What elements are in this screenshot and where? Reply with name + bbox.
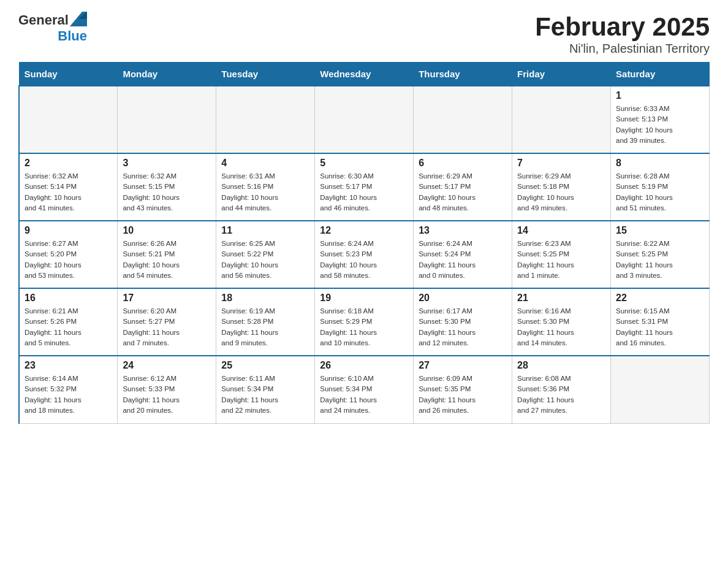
calendar-table: SundayMondayTuesdayWednesdayThursdayFrid… xyxy=(18,62,710,424)
day-number: 9 xyxy=(25,225,112,236)
calendar-cell xyxy=(512,86,611,153)
day-info: Sunrise: 6:11 AM Sunset: 5:34 PM Dayligh… xyxy=(221,373,309,416)
day-number: 14 xyxy=(517,225,605,236)
calendar-cell xyxy=(216,86,315,153)
day-info: Sunrise: 6:20 AM Sunset: 5:27 PM Dayligh… xyxy=(123,306,211,348)
calendar-cell: 18Sunrise: 6:19 AM Sunset: 5:28 PM Dayli… xyxy=(216,288,315,356)
calendar-cell: 12Sunrise: 6:24 AM Sunset: 5:23 PM Dayli… xyxy=(315,221,414,288)
calendar-cell: 3Sunrise: 6:32 AM Sunset: 5:15 PM Daylig… xyxy=(118,153,216,221)
day-info: Sunrise: 6:30 AM Sunset: 5:17 PM Dayligh… xyxy=(320,171,408,213)
day-info: Sunrise: 6:08 AM Sunset: 5:36 PM Dayligh… xyxy=(517,373,605,416)
calendar-cell: 13Sunrise: 6:24 AM Sunset: 5:24 PM Dayli… xyxy=(414,221,512,288)
calendar-cell: 24Sunrise: 6:12 AM Sunset: 5:33 PM Dayli… xyxy=(118,356,216,423)
day-number: 16 xyxy=(25,293,112,304)
day-info: Sunrise: 6:24 AM Sunset: 5:24 PM Dayligh… xyxy=(419,239,507,281)
calendar-cell: 27Sunrise: 6:09 AM Sunset: 5:35 PM Dayli… xyxy=(414,356,512,423)
calendar-cell: 25Sunrise: 6:11 AM Sunset: 5:34 PM Dayli… xyxy=(216,356,315,423)
day-number: 4 xyxy=(221,158,309,169)
day-number: 12 xyxy=(320,225,408,236)
page-header: General Blue February 2025 Ni'lin, Pales… xyxy=(18,12,710,56)
day-number: 11 xyxy=(221,225,309,236)
weekday-header-sunday: Sunday xyxy=(19,63,118,86)
day-number: 21 xyxy=(517,293,605,304)
day-info: Sunrise: 6:29 AM Sunset: 5:18 PM Dayligh… xyxy=(517,171,605,213)
day-info: Sunrise: 6:28 AM Sunset: 5:19 PM Dayligh… xyxy=(616,171,704,213)
day-info: Sunrise: 6:19 AM Sunset: 5:28 PM Dayligh… xyxy=(221,306,309,348)
day-number: 8 xyxy=(616,158,704,169)
day-info: Sunrise: 6:25 AM Sunset: 5:22 PM Dayligh… xyxy=(221,239,309,281)
day-info: Sunrise: 6:29 AM Sunset: 5:17 PM Dayligh… xyxy=(419,171,507,213)
calendar-cell xyxy=(611,356,710,423)
day-info: Sunrise: 6:32 AM Sunset: 5:15 PM Dayligh… xyxy=(123,171,211,213)
calendar-cell xyxy=(414,86,512,153)
weekday-header-friday: Friday xyxy=(512,63,611,86)
weekday-header-thursday: Thursday xyxy=(414,63,512,86)
calendar-cell: 23Sunrise: 6:14 AM Sunset: 5:32 PM Dayli… xyxy=(19,356,118,423)
day-info: Sunrise: 6:16 AM Sunset: 5:30 PM Dayligh… xyxy=(517,306,605,348)
logo-text-blue: Blue xyxy=(58,28,87,44)
calendar-cell: 10Sunrise: 6:26 AM Sunset: 5:21 PM Dayli… xyxy=(118,221,216,288)
day-info: Sunrise: 6:09 AM Sunset: 5:35 PM Dayligh… xyxy=(419,373,507,416)
logo: General Blue xyxy=(18,12,87,44)
calendar-cell: 28Sunrise: 6:08 AM Sunset: 5:36 PM Dayli… xyxy=(512,356,611,423)
day-number: 18 xyxy=(221,293,309,304)
calendar-cell: 16Sunrise: 6:21 AM Sunset: 5:26 PM Dayli… xyxy=(19,288,118,356)
calendar-cell: 26Sunrise: 6:10 AM Sunset: 5:34 PM Dayli… xyxy=(315,356,414,423)
day-number: 5 xyxy=(320,158,408,169)
calendar-cell xyxy=(315,86,414,153)
calendar-cell: 6Sunrise: 6:29 AM Sunset: 5:17 PM Daylig… xyxy=(414,153,512,221)
day-info: Sunrise: 6:14 AM Sunset: 5:32 PM Dayligh… xyxy=(25,373,112,416)
day-number: 27 xyxy=(419,360,507,371)
logo-text-general: General xyxy=(18,12,69,28)
calendar-cell: 14Sunrise: 6:23 AM Sunset: 5:25 PM Dayli… xyxy=(512,221,611,288)
day-number: 10 xyxy=(123,225,211,236)
day-number: 24 xyxy=(123,360,211,371)
calendar-cell: 19Sunrise: 6:18 AM Sunset: 5:29 PM Dayli… xyxy=(315,288,414,356)
day-info: Sunrise: 6:31 AM Sunset: 5:16 PM Dayligh… xyxy=(221,171,309,213)
calendar-cell xyxy=(19,86,118,153)
day-number: 19 xyxy=(320,293,408,304)
calendar-cell xyxy=(118,86,216,153)
day-number: 7 xyxy=(517,158,605,169)
day-number: 15 xyxy=(616,225,704,236)
calendar-week-row: 1Sunrise: 6:33 AM Sunset: 5:13 PM Daylig… xyxy=(19,86,710,153)
day-number: 1 xyxy=(616,90,704,101)
logo-icon xyxy=(70,12,87,26)
day-number: 22 xyxy=(616,293,704,304)
day-number: 25 xyxy=(221,360,309,371)
day-info: Sunrise: 6:26 AM Sunset: 5:21 PM Dayligh… xyxy=(123,239,211,281)
calendar-cell: 15Sunrise: 6:22 AM Sunset: 5:25 PM Dayli… xyxy=(611,221,710,288)
title-area: February 2025 Ni'lin, Palestinian Territ… xyxy=(535,12,710,56)
calendar-cell: 4Sunrise: 6:31 AM Sunset: 5:16 PM Daylig… xyxy=(216,153,315,221)
calendar-cell: 5Sunrise: 6:30 AM Sunset: 5:17 PM Daylig… xyxy=(315,153,414,221)
day-number: 3 xyxy=(123,158,211,169)
day-number: 6 xyxy=(419,158,507,169)
day-info: Sunrise: 6:23 AM Sunset: 5:25 PM Dayligh… xyxy=(517,239,605,281)
calendar-week-row: 16Sunrise: 6:21 AM Sunset: 5:26 PM Dayli… xyxy=(19,288,710,356)
calendar-cell: 20Sunrise: 6:17 AM Sunset: 5:30 PM Dayli… xyxy=(414,288,512,356)
day-number: 17 xyxy=(123,293,211,304)
day-info: Sunrise: 6:10 AM Sunset: 5:34 PM Dayligh… xyxy=(320,373,408,416)
calendar-cell: 1Sunrise: 6:33 AM Sunset: 5:13 PM Daylig… xyxy=(611,86,710,153)
day-info: Sunrise: 6:12 AM Sunset: 5:33 PM Dayligh… xyxy=(123,373,211,416)
weekday-header-monday: Monday xyxy=(118,63,216,86)
weekday-header-tuesday: Tuesday xyxy=(216,63,315,86)
calendar-cell: 11Sunrise: 6:25 AM Sunset: 5:22 PM Dayli… xyxy=(216,221,315,288)
day-info: Sunrise: 6:15 AM Sunset: 5:31 PM Dayligh… xyxy=(616,306,704,348)
day-info: Sunrise: 6:27 AM Sunset: 5:20 PM Dayligh… xyxy=(25,239,112,281)
location-title: Ni'lin, Palestinian Territory xyxy=(535,42,710,56)
day-info: Sunrise: 6:22 AM Sunset: 5:25 PM Dayligh… xyxy=(616,239,704,281)
day-number: 13 xyxy=(419,225,507,236)
calendar-cell: 9Sunrise: 6:27 AM Sunset: 5:20 PM Daylig… xyxy=(19,221,118,288)
calendar-cell: 8Sunrise: 6:28 AM Sunset: 5:19 PM Daylig… xyxy=(611,153,710,221)
calendar-cell: 22Sunrise: 6:15 AM Sunset: 5:31 PM Dayli… xyxy=(611,288,710,356)
calendar-cell: 21Sunrise: 6:16 AM Sunset: 5:30 PM Dayli… xyxy=(512,288,611,356)
calendar-week-row: 23Sunrise: 6:14 AM Sunset: 5:32 PM Dayli… xyxy=(19,356,710,423)
day-info: Sunrise: 6:18 AM Sunset: 5:29 PM Dayligh… xyxy=(320,306,408,348)
day-info: Sunrise: 6:32 AM Sunset: 5:14 PM Dayligh… xyxy=(25,171,112,213)
day-info: Sunrise: 6:24 AM Sunset: 5:23 PM Dayligh… xyxy=(320,239,408,281)
day-info: Sunrise: 6:33 AM Sunset: 5:13 PM Dayligh… xyxy=(616,104,704,146)
day-info: Sunrise: 6:17 AM Sunset: 5:30 PM Dayligh… xyxy=(419,306,507,348)
calendar-cell: 7Sunrise: 6:29 AM Sunset: 5:18 PM Daylig… xyxy=(512,153,611,221)
weekday-header-saturday: Saturday xyxy=(611,63,710,86)
